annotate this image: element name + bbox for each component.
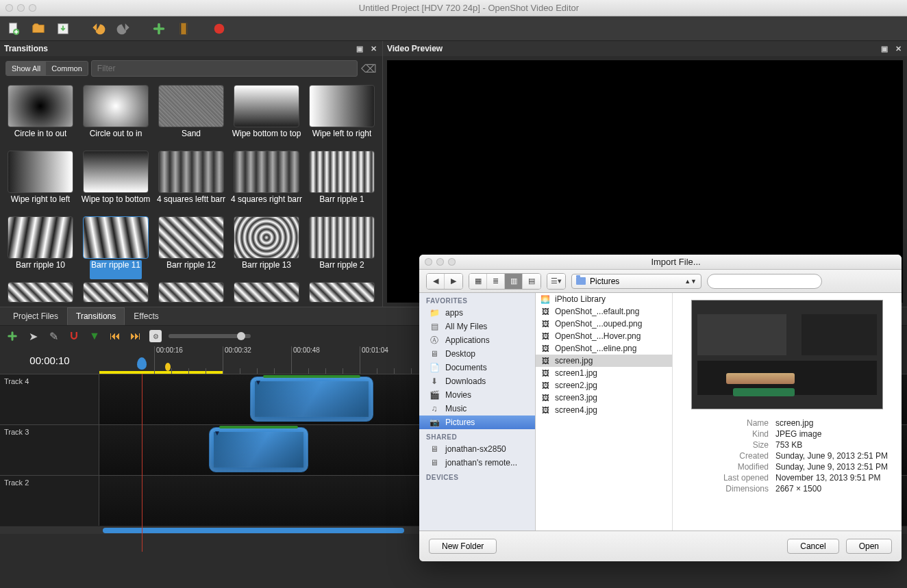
view-columns-button[interactable]: ▥: [505, 274, 523, 289]
timeline-settings-button[interactable]: ⚙: [149, 330, 162, 342]
jump-end-button[interactable]: ⏭: [129, 329, 142, 343]
transition-item[interactable]: Circle in to out: [4, 85, 77, 148]
open-button[interactable]: Open: [846, 539, 892, 554]
path-popup[interactable]: Pictures ▲▼: [571, 274, 701, 289]
dialog-zoom-button[interactable]: [448, 258, 456, 266]
sidebar-item[interactable]: 📷Pictures: [419, 416, 535, 429]
sidebar-item[interactable]: 🖥Desktop: [419, 347, 535, 361]
new-folder-button[interactable]: New Folder: [429, 539, 497, 554]
panel-float-button[interactable]: ▣: [355, 44, 364, 53]
tab-transitions[interactable]: Transitions: [67, 307, 125, 325]
add-track-button[interactable]: [5, 329, 19, 343]
import-files-button[interactable]: [149, 19, 169, 38]
record-button[interactable]: [210, 19, 229, 38]
timeline-clip[interactable]: ▼: [250, 376, 373, 422]
dialog-titlebar[interactable]: Import File...: [419, 255, 902, 270]
save-project-button[interactable]: [53, 19, 73, 38]
file-row[interactable]: 🖼OpenShot_...efault.png: [536, 305, 672, 318]
filmstrip-button[interactable]: [174, 19, 193, 38]
panel-close-button[interactable]: ✕: [369, 44, 378, 53]
transition-item[interactable]: Barr ripple 12: [155, 216, 227, 279]
timeline-clip[interactable]: ▼: [209, 427, 308, 472]
nav-forward-button[interactable]: ▶: [445, 274, 462, 289]
transition-item[interactable]: Sand: [155, 85, 227, 148]
sidebar-item[interactable]: 📄Documents: [419, 361, 535, 374]
transition-thumbnail: [309, 85, 375, 127]
undo-button[interactable]: [89, 19, 108, 38]
transition-thumbnail: [8, 151, 73, 193]
transition-item[interactable]: Barr ripple 13: [230, 216, 303, 279]
view-icons-button[interactable]: ▦: [469, 274, 487, 289]
sidebar-item[interactable]: ⒶApplications: [419, 333, 535, 347]
file-row[interactable]: 🖼screen.jpg: [536, 355, 672, 367]
jump-start-button[interactable]: ⏮: [108, 329, 122, 343]
dialog-minimize-button[interactable]: [436, 258, 444, 266]
sidebar-item[interactable]: ▤All My Files: [419, 320, 535, 333]
meta-row: Dimensions2667 × 1500: [680, 483, 895, 494]
show-all-button[interactable]: Show All: [6, 62, 46, 75]
razor-tool-button[interactable]: ✎: [47, 329, 60, 343]
file-row[interactable]: 🖼OpenShot_...ouped.png: [536, 318, 672, 330]
file-preview-thumbnail: [691, 300, 883, 409]
pointer-tool-button[interactable]: ➤: [26, 329, 40, 343]
dialog-footer: New Folder Cancel Open: [419, 531, 902, 561]
transition-item[interactable]: Wipe left to right: [306, 85, 378, 148]
open-project-button[interactable]: [29, 19, 48, 38]
clear-filter-button[interactable]: ⌫: [360, 60, 377, 77]
transition-item[interactable]: 4 squares right barr: [230, 151, 303, 214]
snap-button[interactable]: [67, 329, 81, 343]
preview-float-button[interactable]: ▣: [880, 44, 889, 53]
transitions-grid[interactable]: Circle in to outCircle out to inSandWipe…: [0, 81, 382, 307]
file-row[interactable]: 🖼OpenShot_...Hover.png: [536, 330, 672, 342]
transition-thumbnail: [158, 151, 224, 193]
transition-item[interactable]: 4 squares leftt barr: [155, 151, 227, 214]
sidebar-item[interactable]: 📁apps: [419, 306, 535, 320]
transition-item[interactable]: Barr ripple 2: [306, 216, 378, 279]
tab-effects[interactable]: Effects: [125, 307, 167, 325]
transition-item[interactable]: Barr ripple 1: [306, 151, 378, 214]
common-button[interactable]: Common: [46, 62, 88, 75]
transition-item[interactable]: Wipe right to left: [4, 151, 77, 214]
sidebar-item[interactable]: 🖥jonathan's remote...: [419, 456, 535, 470]
transition-label: Wipe top to bottom: [82, 194, 151, 214]
nav-back-button[interactable]: ◀: [427, 274, 445, 289]
marker-button[interactable]: ▼: [88, 329, 101, 343]
transition-item[interactable]: Wipe top to bottom: [79, 151, 152, 214]
dialog-close-button[interactable]: [425, 258, 432, 266]
tab-project-files[interactable]: Project Files: [4, 307, 67, 325]
meta-value: 2667 × 1500: [775, 484, 895, 494]
file-row[interactable]: 🖼screen2.jpg: [536, 379, 672, 392]
cancel-button[interactable]: Cancel: [787, 539, 838, 554]
file-row[interactable]: 🖼screen3.jpg: [536, 392, 672, 404]
minimize-window-button[interactable]: [17, 4, 25, 12]
preview-close-button[interactable]: ✕: [893, 44, 903, 53]
transition-item[interactable]: Circle out to in: [79, 85, 152, 148]
transition-item[interactable]: Wipe bottom to top: [230, 85, 303, 148]
folder-icon: 📁: [429, 308, 440, 318]
file-row[interactable]: 🖼screen4.jpg: [536, 404, 672, 416]
transition-item[interactable]: Barr ripple 11: [79, 216, 152, 279]
ruler-tick: 00:00:32: [223, 346, 251, 374]
file-row[interactable]: 🖼OpenShot_...eline.png: [536, 342, 672, 355]
dialog-search-input[interactable]: [707, 274, 822, 289]
file-row[interactable]: 🖼screen1.jpg: [536, 367, 672, 379]
view-list-button[interactable]: ≣: [487, 274, 505, 289]
transition-item[interactable]: Barr ripple 10: [4, 216, 77, 279]
sidebar-item-label: jonathan-sx2850: [445, 444, 506, 454]
zoom-window-button[interactable]: [29, 4, 36, 12]
close-window-button[interactable]: [5, 4, 13, 12]
file-row[interactable]: 🌅iPhoto Library: [536, 293, 672, 305]
sidebar-item[interactable]: ♫Music: [419, 402, 535, 416]
redo-button[interactable]: [114, 19, 133, 38]
new-project-button[interactable]: [4, 19, 23, 38]
sidebar-item[interactable]: ⬇Downloads: [419, 374, 535, 388]
meta-key: Last opened: [680, 473, 769, 483]
sidebar-item[interactable]: 🖥jonathan-sx2850: [419, 442, 535, 456]
transitions-filter-input[interactable]: [91, 60, 358, 77]
sidebar-item[interactable]: 🎬Movies: [419, 388, 535, 402]
file-list-column[interactable]: 🌅iPhoto Library🖼OpenShot_...efault.png🖼O…: [536, 293, 673, 531]
zoom-slider[interactable]: [169, 334, 251, 338]
transition-label: 4 squares leftt barr: [157, 194, 225, 214]
action-menu-button[interactable]: ☰▾: [547, 274, 565, 289]
view-coverflow-button[interactable]: ▤: [523, 274, 541, 289]
